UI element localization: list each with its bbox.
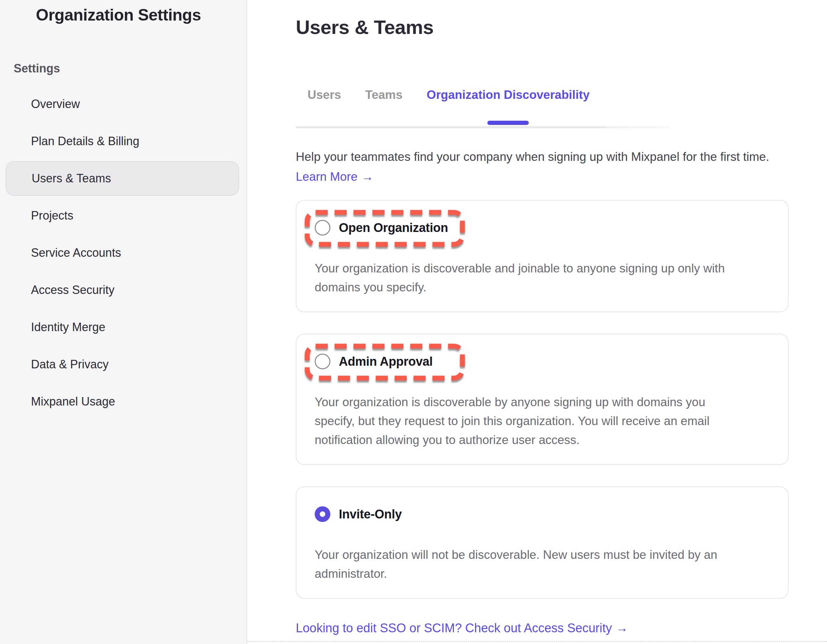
tab-bar: Users Teams Organization Discoverability bbox=[296, 87, 827, 128]
option-label: Admin Approval bbox=[339, 355, 433, 369]
sidebar-item-overview[interactable]: Overview bbox=[6, 87, 239, 121]
sidebar-item-mixpanel-usage[interactable]: Mixpanel Usage bbox=[6, 384, 239, 419]
tab-organization-discoverability[interactable]: Organization Discoverability bbox=[426, 87, 590, 103]
arrow-right-icon: → bbox=[616, 619, 628, 636]
sidebar-item-access-security[interactable]: Access Security bbox=[6, 273, 239, 307]
bottom-dotted-divider bbox=[247, 641, 827, 642]
option-description: Your organization is discoverable and jo… bbox=[315, 259, 769, 297]
option-card-open-organization: Open Organization Your organization is d… bbox=[296, 200, 788, 312]
description-line: Your organization is discoverable and jo… bbox=[315, 259, 769, 278]
discoverability-options: Open Organization Your organization is d… bbox=[296, 200, 788, 599]
intro-text: Help your teammates find your company wh… bbox=[296, 148, 827, 166]
tab-list: Users Teams Organization Discoverability bbox=[296, 87, 827, 103]
description-line: domains you specify. bbox=[315, 278, 769, 297]
access-security-link[interactable]: Looking to edit SSO or SCIM? Check out A… bbox=[296, 619, 628, 636]
description-line: notification allowing you to authorize u… bbox=[315, 431, 769, 450]
option-label: Invite-Only bbox=[339, 507, 402, 521]
description-line: specify, but they request to join this o… bbox=[315, 412, 769, 431]
tab-users[interactable]: Users bbox=[307, 87, 341, 103]
sidebar-item-users-teams[interactable]: Users & Teams bbox=[6, 161, 239, 196]
radio-open-organization[interactable] bbox=[315, 220, 330, 236]
learn-more-label: Learn More bbox=[296, 170, 357, 184]
description-line: administrator. bbox=[315, 564, 769, 583]
option-label: Open Organization bbox=[339, 221, 448, 235]
radio-invite-only[interactable] bbox=[315, 506, 330, 522]
description-line: Your organization is discoverable by any… bbox=[315, 393, 769, 412]
option-description: Your organization will not be discoverab… bbox=[315, 546, 769, 583]
sidebar-item-projects[interactable]: Projects bbox=[6, 199, 239, 233]
settings-sidebar: Organization Settings Settings Overview … bbox=[0, 0, 247, 644]
arrow-right-icon: → bbox=[361, 170, 373, 184]
tab-divider-line bbox=[296, 126, 670, 128]
radio-option-open-organization[interactable]: Open Organization bbox=[315, 220, 448, 236]
access-security-link-label: Looking to edit SSO or SCIM? Check out A… bbox=[296, 619, 612, 636]
option-card-invite-only: Invite-Only Your organization will not b… bbox=[296, 486, 788, 599]
radio-option-invite-only[interactable]: Invite-Only bbox=[315, 506, 402, 522]
sidebar-item-plan-details-billing[interactable]: Plan Details & Billing bbox=[6, 124, 239, 159]
radio-option-admin-approval[interactable]: Admin Approval bbox=[315, 354, 433, 369]
option-description: Your organization is discoverable by any… bbox=[315, 393, 769, 450]
radio-admin-approval[interactable] bbox=[315, 354, 330, 369]
page-title: Users & Teams bbox=[296, 16, 827, 39]
option-card-admin-approval: Admin Approval Your organization is disc… bbox=[296, 334, 788, 465]
sidebar-item-service-accounts[interactable]: Service Accounts bbox=[6, 236, 239, 270]
main-content: Users & Teams Users Teams Organization D… bbox=[247, 0, 827, 644]
sidebar-section-label: Settings bbox=[14, 61, 247, 76]
learn-more-link[interactable]: Learn More → bbox=[296, 170, 373, 184]
description-line: Your organization will not be discoverab… bbox=[315, 546, 769, 564]
tab-teams[interactable]: Teams bbox=[365, 87, 403, 103]
sidebar-title: Organization Settings bbox=[0, 0, 247, 25]
sidebar-item-data-privacy[interactable]: Data & Privacy bbox=[6, 347, 239, 382]
sidebar-nav: Overview Plan Details & Billing Users & … bbox=[0, 87, 247, 422]
sidebar-item-identity-merge[interactable]: Identity Merge bbox=[6, 310, 239, 344]
